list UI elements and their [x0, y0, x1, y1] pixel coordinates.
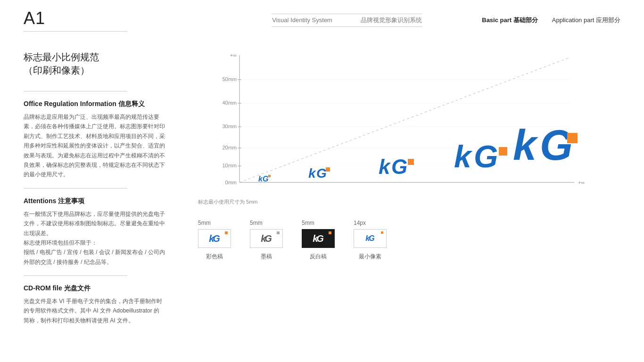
svg-text:G: G — [391, 155, 407, 178]
left-panel: 标志最小比例规范（印刷和像素） Office Regulation Inform… — [24, 46, 165, 325]
svg-text:k: k — [454, 139, 473, 174]
header-divider — [24, 31, 127, 32]
sample-ink-box: k G — [250, 229, 283, 248]
info1-heading: Office Regulation Information 信息释义 — [24, 100, 165, 108]
nav-basic[interactable]: Basic part 基础部分 — [482, 16, 538, 25]
right-panel: +∞ 50mm 40mm 30mm 20mm 10mm 0mm +∞ — [179, 46, 620, 325]
info1-text: 品牌标志是应用最为广泛、出现频率最高的规范传达要素，必须在各种传播媒体上广泛使用… — [24, 112, 165, 180]
svg-text:k: k — [379, 155, 391, 178]
chart-container: +∞ 50mm 40mm 30mm 20mm 10mm 0mm +∞ — [179, 50, 620, 197]
chart-svg: +∞ 50mm 40mm 30mm 20mm 10mm 0mm +∞ — [179, 50, 620, 197]
svg-rect-26 — [326, 167, 330, 172]
info3-heading: CD-ROM file 光盘文件 — [24, 284, 165, 293]
info2-heading: Attentions 注意事项 — [24, 197, 165, 206]
header-center-labels: Visual Identity System 品牌视觉形象识别系统 — [272, 16, 422, 25]
svg-text:10mm: 10mm — [222, 163, 237, 168]
sample-color: 5mm k G 彩色稿 — [198, 220, 231, 261]
sample-ink-box-row: k G — [250, 229, 283, 248]
page-id: A1 — [24, 8, 127, 28]
svg-rect-29 — [408, 159, 414, 165]
svg-text:0mm: 0mm — [225, 180, 237, 185]
svg-text:G: G — [316, 166, 327, 181]
sample-ink: 5mm k G 墨稿 — [250, 220, 283, 261]
sample-pixel: 14px k G 最小像素 — [354, 220, 387, 261]
main-content: 标志最小比例规范（印刷和像素） Office Regulation Inform… — [0, 36, 644, 335]
info3-text: 光盘文件是本 VI 手册电子文件的集合，内含手册制作时的专用软件格式文件。其中 … — [24, 296, 165, 325]
sample-reverse: 5mm k G 反白稿 — [302, 220, 335, 261]
header-top-line — [272, 14, 422, 14]
nav-application[interactable]: Application part 应用部分 — [552, 16, 620, 25]
header: A1 Visual Identity System 品牌视觉形象识别系统 Bas… — [0, 0, 644, 36]
svg-text:30mm: 30mm — [222, 123, 237, 129]
vis-title: Visual Identity System — [272, 16, 332, 24]
sample-pixel-box: k G — [354, 229, 387, 248]
svg-rect-32 — [499, 147, 507, 156]
section-title: 标志最小比例规范（印刷和像素） — [24, 50, 165, 77]
divider-3 — [24, 275, 127, 276]
sample-color-box: k G — [198, 229, 231, 248]
divider-1 — [24, 91, 127, 91]
sample-reverse-box-row: k G — [302, 229, 335, 248]
svg-rect-35 — [567, 133, 578, 143]
header-left: A1 — [24, 8, 127, 32]
sample-color-size: 5mm — [198, 220, 211, 226]
sample-reverse-size: 5mm — [302, 220, 314, 226]
samples-row: 5mm k G 彩色稿 5mm k G — [179, 220, 620, 261]
sample-pixel-caption: 最小像素 — [359, 253, 381, 261]
svg-rect-23 — [268, 175, 271, 177]
sample-reverse-box: k G — [302, 229, 335, 248]
svg-text:G: G — [474, 139, 498, 174]
sample-color-caption: 彩色稿 — [206, 253, 223, 261]
svg-text:+∞: +∞ — [578, 180, 585, 185]
svg-text:G: G — [540, 122, 573, 169]
divider-2 — [24, 188, 127, 189]
svg-text:k: k — [513, 122, 538, 169]
sample-ink-caption: 墨稿 — [261, 253, 272, 261]
svg-text:50mm: 50mm — [222, 76, 237, 82]
sample-color-box-row: k G — [198, 229, 231, 248]
svg-text:G: G — [263, 175, 268, 183]
sample-pixel-box-row: k G — [354, 229, 387, 248]
sample-reverse-caption: 反白稿 — [310, 253, 327, 261]
header-center: Visual Identity System 品牌视觉形象识别系统 — [272, 14, 422, 27]
svg-text:k: k — [308, 166, 316, 181]
svg-text:+∞: +∞ — [230, 52, 237, 58]
sample-ink-size: 5mm — [250, 220, 263, 226]
svg-text:40mm: 40mm — [222, 100, 237, 106]
chart-bottom-label: 标志最小使用尺寸为 5mm — [198, 198, 620, 206]
info2-text: 在一般情况下使用品牌标志，应尽量使用提供的光盘电子文件，不建议使用标准制图绘制标… — [24, 209, 165, 267]
sample-pixel-size: 14px — [354, 220, 366, 226]
header-nav: Basic part 基础部分 Application part 应用部分 — [482, 16, 620, 25]
header-bottom-line — [272, 26, 422, 27]
vis-title-cn: 品牌视觉形象识别系统 — [361, 16, 422, 25]
svg-text:20mm: 20mm — [222, 145, 237, 150]
